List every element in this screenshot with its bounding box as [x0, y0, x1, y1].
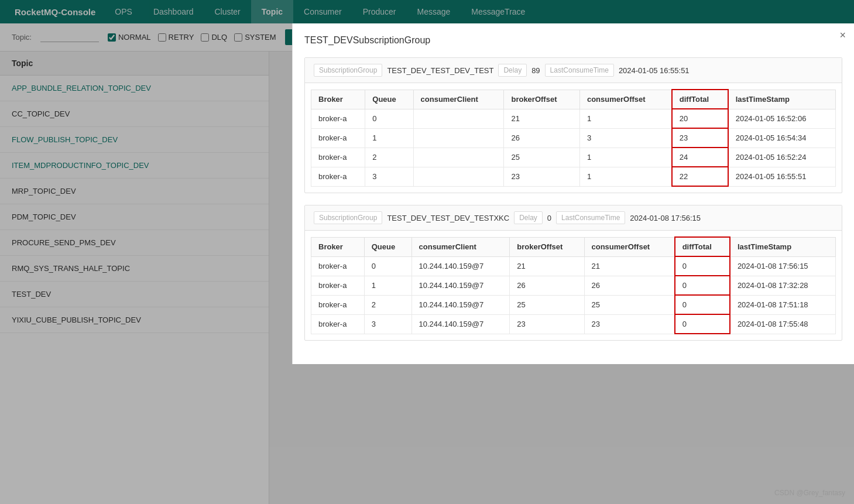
- table-row: broker-a010.244.140.159@7212102024-01-08…: [311, 256, 836, 276]
- subscription-block: SubscriptionGroup TEST_DEV_TEST_DEV_TEST…: [304, 205, 842, 341]
- table-row: broker-a210.244.140.159@7252502024-01-08…: [311, 295, 836, 314]
- data-table: BrokerQueueconsumerClientbrokerOffsetcon…: [311, 89, 836, 187]
- table-row: broker-a0211202024-01-05 16:52:06: [311, 109, 836, 128]
- table-row: broker-a110.244.140.159@7262602024-01-08…: [311, 276, 836, 295]
- table-row: broker-a1263232024-01-05 16:54:34: [311, 128, 836, 148]
- modal-title: TEST_DEVSubscriptionGroup: [304, 35, 842, 46]
- data-table: BrokerQueueconsumerClientbrokerOffsetcon…: [311, 236, 836, 334]
- modal: × TEST_DEVSubscriptionGroup Subscription…: [292, 23, 854, 364]
- table-row: broker-a310.244.140.159@7232302024-01-08…: [311, 314, 836, 334]
- modal-overlay[interactable]: × TEST_DEVSubscriptionGroup Subscription…: [0, 0, 854, 504]
- modal-close-button[interactable]: ×: [839, 29, 846, 42]
- table-row: broker-a3231222024-01-05 16:55:51: [311, 167, 836, 186]
- watermark: CSDN @Grey_fantasy: [774, 489, 845, 497]
- table-row: broker-a2251242024-01-05 16:52:24: [311, 148, 836, 167]
- subscription-block: SubscriptionGroup TEST_DEV_TEST_DEV_TEST…: [304, 57, 842, 193]
